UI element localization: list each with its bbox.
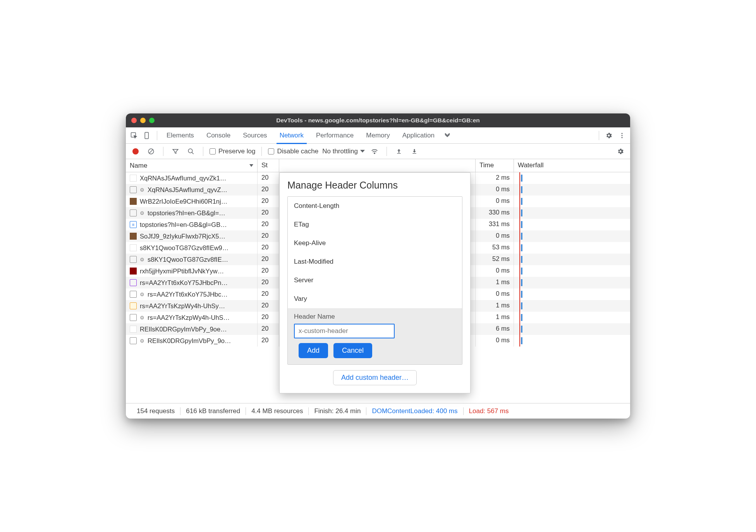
device-toolbar-icon[interactable] [141, 130, 153, 141]
tab-performance[interactable]: Performance [311, 127, 359, 144]
network-settings-icon[interactable] [615, 146, 626, 157]
upload-har-icon[interactable] [393, 146, 405, 157]
inspect-element-icon[interactable] [128, 130, 140, 141]
svg-point-4 [622, 137, 623, 138]
search-icon[interactable] [185, 146, 197, 157]
manage-header-columns-modal: Manage Header Columns Content-Length ETa… [279, 172, 471, 393]
waterfall-line-icon [519, 219, 520, 230]
waterfall-bar-icon [521, 244, 522, 251]
cell-waterfall [514, 242, 630, 254]
request-name: WrB22rIJoIoEe9CHhi60R1nj… [140, 198, 227, 205]
waterfall-bar-icon [521, 209, 522, 216]
waterfall-bar-icon [521, 175, 522, 182]
tab-console[interactable]: Console [201, 127, 236, 144]
gear-icon: ⚙ [140, 187, 144, 193]
cell-status: 20 [258, 172, 279, 184]
column-status[interactable]: St [258, 159, 279, 172]
request-name: rs=AA2YrTt6xKoY75JHbc… [148, 291, 228, 298]
chevron-down-icon [360, 150, 365, 153]
checkbox-icon [268, 148, 274, 154]
cell-name: ≡ topstories?hl=en-GB&gl=GB… [126, 219, 258, 230]
column-name[interactable]: Name [126, 159, 258, 172]
header-item[interactable]: ETag [288, 215, 462, 234]
divider [203, 147, 203, 156]
throttling-label: No throttling [322, 148, 358, 155]
custom-header-input[interactable] [294, 324, 395, 338]
kebab-menu-icon[interactable] [616, 130, 628, 141]
tab-network[interactable]: Network [274, 127, 309, 144]
cancel-button[interactable]: Cancel [333, 343, 372, 358]
tab-sources[interactable]: Sources [237, 127, 272, 144]
header-item[interactable]: Server [288, 271, 462, 290]
request-name: s8KY1QwooTG87Gzv8fIEw9… [140, 244, 229, 252]
request-name: rxh5jjHyxmiPPtibflJvNkYyw… [140, 268, 224, 275]
cell-waterfall [514, 230, 630, 242]
header-item[interactable]: Vary [288, 290, 462, 308]
request-name: rs=AA2YrTsKzpWy4h-UhSy… [140, 302, 225, 310]
header-item[interactable]: Keep-Alive [288, 234, 462, 252]
svg-rect-11 [412, 153, 416, 153]
column-waterfall[interactable]: Waterfall [514, 159, 630, 172]
preserve-log-checkbox[interactable]: Preserve log [210, 148, 255, 155]
window-title: DevTools - news.google.com/topstories?hl… [126, 117, 630, 124]
disable-cache-checkbox[interactable]: Disable cache [268, 148, 318, 155]
network-conditions-icon[interactable] [369, 146, 380, 157]
waterfall-line-icon [519, 172, 520, 184]
cell-waterfall [514, 219, 630, 230]
cell-time: 0 ms [475, 184, 514, 196]
waterfall-bar-icon [521, 198, 522, 205]
waterfall-bar-icon [521, 268, 522, 275]
waterfall-bar-icon [521, 279, 522, 286]
waterfall-line-icon [519, 335, 520, 347]
header-column-list: Content-Length ETag Keep-Alive Last-Modi… [287, 196, 462, 365]
custom-header-label: Header Name [294, 313, 456, 321]
header-item[interactable]: Last-Modified [288, 252, 462, 271]
devtools-window: DevTools - news.google.com/topstories?hl… [126, 113, 630, 419]
cell-time: 6 ms [475, 323, 514, 335]
svg-point-7 [188, 149, 192, 153]
throttling-select[interactable]: No throttling [322, 148, 365, 155]
checkbox-icon [210, 148, 216, 154]
cell-waterfall [514, 207, 630, 219]
add-button[interactable]: Add [299, 343, 328, 358]
cell-status: 20 [258, 219, 279, 230]
cell-name: ⚙ REIlsK0DRGpyImVbPy_9o… [126, 335, 258, 347]
cell-name: SoJfJ9_9zIykuFIwxb7RjcX5… [126, 230, 258, 242]
cell-waterfall [514, 254, 630, 265]
cell-status: 20 [258, 265, 279, 277]
tab-memory[interactable]: Memory [361, 127, 395, 144]
cell-status: 20 [258, 277, 279, 288]
gear-icon: ⚙ [140, 292, 144, 297]
request-name: rs=AA2YrTsKzpWy4h-UhS… [148, 314, 230, 321]
cell-time: 0 ms [475, 335, 514, 347]
svg-point-3 [622, 135, 623, 136]
cell-status: 20 [258, 335, 279, 347]
column-time[interactable]: Time [475, 159, 514, 172]
settings-icon[interactable] [603, 130, 615, 141]
tab-elements[interactable]: Elements [161, 127, 199, 144]
download-har-icon[interactable] [409, 146, 420, 157]
waterfall-bar-icon [521, 221, 522, 228]
waterfall-line-icon [519, 265, 520, 277]
request-name: topstories?hl=en-GB&gl=GB… [140, 221, 227, 228]
header-item[interactable]: Content-Length [288, 197, 462, 215]
svg-point-2 [622, 133, 623, 134]
status-bar: 154 requests 616 kB transferred 4.4 MB r… [126, 403, 630, 419]
request-name: XqRNAsJ5AwfIumd_qyvZ… [148, 186, 227, 194]
modal-title: Manage Header Columns [287, 180, 462, 191]
record-button[interactable] [130, 146, 141, 157]
waterfall-bar-icon [521, 256, 522, 263]
more-tabs-icon[interactable] [442, 130, 453, 141]
maximize-window-button[interactable] [149, 118, 155, 123]
cell-status: 20 [258, 230, 279, 242]
cell-name: XqRNAsJ5AwfIumd_qyvZk1… [126, 172, 258, 184]
disable-cache-label: Disable cache [277, 148, 318, 155]
tab-application[interactable]: Application [397, 127, 440, 144]
filter-icon[interactable] [170, 146, 181, 157]
minimize-window-button[interactable] [140, 118, 146, 123]
clear-icon[interactable] [145, 146, 157, 157]
table-header: Name St Time Waterfall [126, 159, 630, 172]
add-custom-header-link[interactable]: Add custom header… [333, 370, 417, 385]
close-window-button[interactable] [131, 118, 137, 123]
cell-waterfall [514, 300, 630, 312]
